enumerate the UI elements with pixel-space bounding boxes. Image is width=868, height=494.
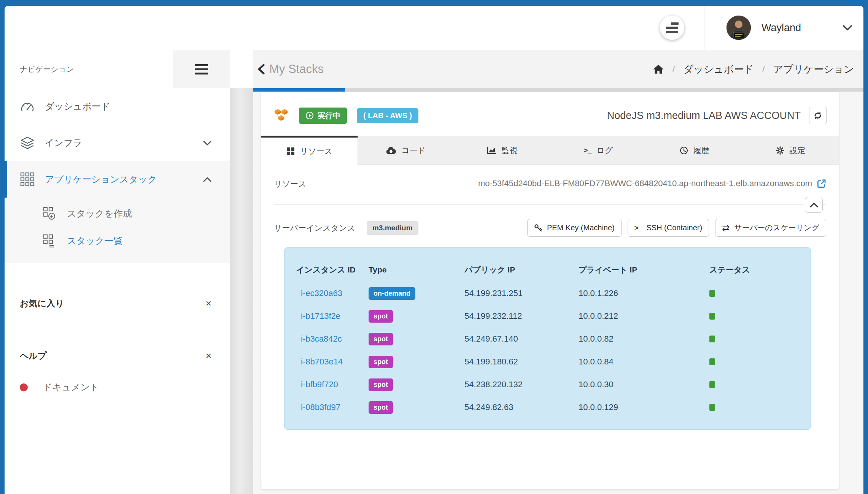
public-ip: 54.199.232.112 xyxy=(464,305,579,328)
user-name[interactable]: Wayland xyxy=(761,22,801,34)
instances-table: インスタンス ID Type パブリック IP プライベート IP ステータス … xyxy=(296,258,803,419)
stack-header: 実行中 ( LAB - AWS ) NodeJS m3.medium LAB A… xyxy=(261,92,839,136)
sidebar-item-documentation[interactable]: ドキュメント xyxy=(5,372,230,402)
ssh-container-button[interactable]: >_ SSH (Container) xyxy=(628,219,709,237)
sidebar-header: ナビゲーション xyxy=(5,50,230,88)
favorites-section-header: お気に入り × xyxy=(5,288,230,318)
public-ip: 54.199.180.62 xyxy=(464,350,579,373)
type-badge: spot xyxy=(369,310,393,323)
chevron-up-icon xyxy=(203,177,211,182)
pem-key-button[interactable]: PEM Key (Machine) xyxy=(527,219,622,237)
server-scaling-button[interactable]: ⇄ サーバーのスケーリング xyxy=(715,219,826,237)
help-section-header: ヘルプ × xyxy=(5,340,230,371)
elb-resource-link[interactable]: mo-53f45d240bd-ELB-FM80FD77BWWC-68482041… xyxy=(306,179,826,188)
type-badge: on-demand xyxy=(369,287,415,300)
hamburger-icon xyxy=(195,64,208,66)
sidebar-item-stack-list[interactable]: スタック一覧 xyxy=(5,227,230,255)
type-badge: spot xyxy=(369,333,393,345)
main-area: My Stacks / ダッシュボード / アプリケーション xyxy=(253,50,863,494)
help-label: ヘルプ xyxy=(20,350,47,362)
server-actions: PEM Key (Machine) >_ SSH (Container) ⇄ サ… xyxy=(527,219,826,237)
sidebar-nav-caption: ナビゲーション xyxy=(20,64,74,74)
avatar[interactable] xyxy=(727,16,751,40)
tab-logs[interactable]: >_ ログ xyxy=(550,136,646,165)
type-badge: spot xyxy=(369,378,393,391)
private-ip: 10.0.0.212 xyxy=(579,305,709,328)
loading-bar xyxy=(253,88,863,92)
sidebar-item-label: インフラ xyxy=(45,137,82,149)
red-dot-icon xyxy=(20,383,28,391)
sidebar: ナビゲーション ダッシュボード xyxy=(5,50,230,494)
instance-id-link[interactable]: i-bfb9f720 xyxy=(296,373,369,396)
topbar: Wayland xyxy=(5,6,863,50)
status-indicator xyxy=(709,358,715,365)
sidebar-item-application-stack[interactable]: アプリケーションスタック xyxy=(5,161,230,198)
close-icon[interactable]: × xyxy=(206,298,211,308)
sidebar-rail xyxy=(230,50,253,494)
status-indicator xyxy=(709,336,715,342)
breadcrumb-dashboard[interactable]: ダッシュボード xyxy=(683,63,754,76)
instance-id-link[interactable]: i-b1713f2e xyxy=(296,305,369,328)
chevron-down-icon[interactable] xyxy=(843,25,852,30)
chevron-left-icon[interactable] xyxy=(258,64,265,74)
sidebar-item-label: ダッシュボード xyxy=(45,100,110,112)
app-window: Wayland ナビゲーション xyxy=(5,6,863,494)
col-header-private-ip: プライベート IP xyxy=(579,258,709,282)
grid-list-icon xyxy=(43,234,57,248)
instance-type-chip: m3.medium xyxy=(367,221,418,235)
sidebar-toggle-button[interactable] xyxy=(173,50,230,88)
tab-monitoring[interactable]: 監視 xyxy=(454,136,550,165)
instance-id-link[interactable]: i-b3ca842c xyxy=(296,328,369,350)
refresh-button[interactable] xyxy=(809,107,827,124)
cloud-upload-icon xyxy=(386,146,396,155)
breadcrumb-application[interactable]: アプリケーション xyxy=(773,63,854,76)
collapse-section-button[interactable] xyxy=(805,197,823,213)
chevron-down-icon xyxy=(203,141,211,146)
grid-plus-icon xyxy=(43,207,57,220)
sidebar-item-dashboard[interactable]: ダッシュボード xyxy=(5,88,230,125)
private-ip: 10.0.0.129 xyxy=(579,396,709,419)
page-title[interactable]: My Stacks xyxy=(269,62,324,76)
page-header: My Stacks / ダッシュボード / アプリケーション xyxy=(253,50,863,88)
terminal-icon: >_ xyxy=(634,224,642,232)
gauge-icon xyxy=(20,100,35,112)
tab-code[interactable]: コード xyxy=(358,136,454,165)
elb-url[interactable]: mo-53f45d240bd-ELB-FM80FD77BWWC-68482041… xyxy=(478,179,812,188)
instance-id-link[interactable]: i-08b3fd97 xyxy=(296,396,369,419)
area-chart-icon xyxy=(487,146,496,154)
tab-history[interactable]: 履歴 xyxy=(646,136,742,165)
environment-badge: ( LAB - AWS ) xyxy=(357,108,418,123)
play-circle-icon xyxy=(305,111,314,120)
instance-id-link[interactable]: i-ec320a63 xyxy=(296,282,369,305)
avatar-image xyxy=(727,16,751,40)
status-indicator xyxy=(709,290,715,297)
type-badge: spot xyxy=(369,401,393,414)
tab-resources[interactable]: リソース xyxy=(261,136,358,165)
instances-panel: インスタンス ID Type パブリック IP プライベート IP ステータス … xyxy=(284,247,811,430)
tab-settings[interactable]: 設定 xyxy=(742,136,839,165)
grid-icon xyxy=(286,147,295,155)
stack-switcher-button[interactable] xyxy=(660,16,684,40)
sidebar-item-label: アプリケーションスタック xyxy=(45,173,157,185)
external-link-icon xyxy=(817,179,826,188)
home-icon[interactable] xyxy=(653,64,664,74)
application-stack-submenu: スタックを作成 スタック一覧 xyxy=(5,198,230,263)
private-ip: 10.0.0.84 xyxy=(579,350,709,373)
public-ip: 54.249.82.63 xyxy=(464,396,579,419)
status-indicator xyxy=(709,313,715,320)
breadcrumb-separator: / xyxy=(762,64,765,74)
sidebar-item-create-stack[interactable]: スタックを作成 xyxy=(5,200,230,227)
favorites-label: お気に入り xyxy=(20,298,64,309)
instance-id-link[interactable]: i-8b703e14 xyxy=(296,350,369,373)
sidebar-item-infra[interactable]: インフラ xyxy=(5,125,230,161)
resources-tab-content: リソース mo-53f45d240bd-ELB-FM80FD77BWWC-684… xyxy=(261,165,839,489)
refresh-icon xyxy=(813,111,822,120)
stack-detail-card: 実行中 ( LAB - AWS ) NodeJS m3.medium LAB A… xyxy=(261,92,839,489)
close-icon[interactable]: × xyxy=(206,351,211,361)
aws-cubes-icon xyxy=(274,109,288,122)
server-instance-row: サーバーインスタンス m3.medium xyxy=(274,219,826,237)
clock-icon xyxy=(680,146,688,155)
status-indicator xyxy=(709,404,715,411)
private-ip: 10.0.1.226 xyxy=(579,282,709,305)
gear-icon xyxy=(776,146,784,155)
